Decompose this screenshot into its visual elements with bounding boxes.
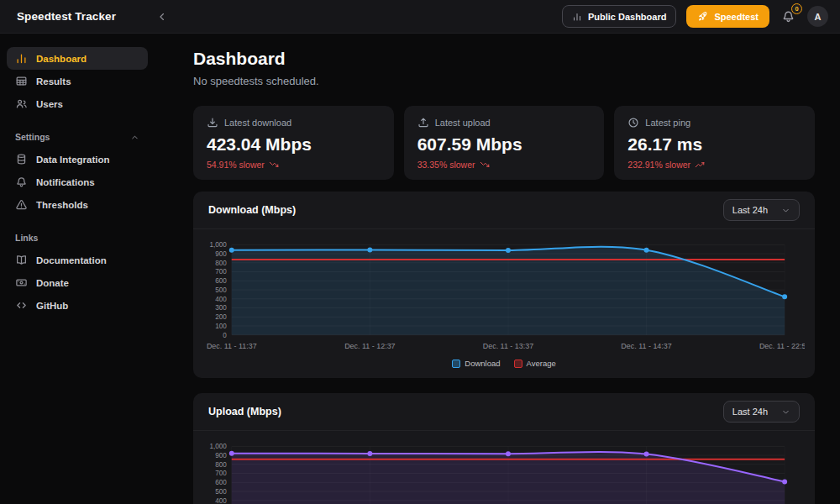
notification-badge: 0 [791,3,802,14]
stats-row: Latest download 423.04 Mbps 54.91% slowe… [193,106,815,180]
main-content: Dashboard No speedtests scheduled. Lates… [168,34,840,504]
trend-down-icon [480,160,490,170]
code-icon [15,299,28,312]
sidebar-item-users[interactable]: Users [7,92,148,115]
chart-title: Upload (Mbps) [208,406,281,417]
chart-title: Download (Mbps) [208,204,296,216]
stat-trend: 232.91% slower [627,160,690,170]
sidebar-item-github[interactable]: GitHub [7,294,148,317]
sidebar-item-label: Notifications [36,177,95,187]
svg-text:Dec. 11 - 12:37: Dec. 11 - 12:37 [344,342,395,350]
banknote-icon [15,276,28,289]
trend-down-icon [269,160,279,170]
sidebar-item-label: Dashboard [36,54,87,64]
sidebar-item-label: Users [36,99,63,109]
legend-item-download[interactable]: Download [452,359,500,368]
svg-text:300: 300 [215,304,227,312]
stat-card-latest-upload: Latest upload 607.59 Mbps 33.35% slower [404,106,605,180]
stat-card-latest-download: Latest download 423.04 Mbps 54.91% slowe… [193,106,394,180]
svg-text:900: 900 [215,250,227,258]
stat-trend: 33.35% slower [417,160,475,170]
chevron-down-icon [781,206,790,215]
speedtest-label: Speedtest [714,12,759,22]
public-dashboard-button[interactable]: Public Dashboard [562,5,677,28]
svg-text:700: 700 [215,470,227,477]
download-chart: 01002003004005006007008009001,000Dec. 11… [193,229,815,355]
svg-text:1,000: 1,000 [209,241,227,249]
svg-text:400: 400 [215,296,227,303]
svg-text:Dec. 11 - 13:37: Dec. 11 - 13:37 [483,342,533,350]
svg-text:600: 600 [215,277,227,285]
topbar: Speedtest Tracker Public Dashboard Speed… [0,0,840,34]
rocket-icon [697,11,708,22]
arrow-down-tray-icon [207,117,218,129]
database-icon [15,153,28,165]
sidebar-item-data-integration[interactable]: Data Integration [7,148,148,171]
legend-item-average[interactable]: Average [514,359,556,368]
svg-text:1,000: 1,000 [209,443,227,450]
sidebar: Dashboard Results Users Settings Data In… [0,34,168,504]
sidebar-item-label: Documentation [36,255,107,265]
sidebar-item-label: Donate [36,278,69,288]
stat-trend: 54.91% slower [207,160,265,170]
chevron-left-icon [156,11,168,23]
svg-text:Dec. 11 - 22:57: Dec. 11 - 22:57 [759,342,805,350]
svg-text:900: 900 [215,452,227,459]
sidebar-item-label: Data Integration [36,155,110,165]
svg-text:Dec. 11 - 14:37: Dec. 11 - 14:37 [621,342,671,350]
clock-icon [627,117,639,129]
stat-value: 607.59 Mbps [417,134,591,155]
range-select[interactable]: Last 24h [723,401,800,423]
speedtest-button[interactable]: Speedtest [686,5,769,28]
average-swatch [514,360,522,368]
sidebar-item-label: Thresholds [36,200,88,210]
table-cells-icon [15,75,28,87]
app-title: Speedtest Tracker [17,10,116,23]
avatar[interactable]: A [807,6,828,27]
download-chart-card: Download (Mbps) Last 24h 010020030040050… [193,192,815,378]
trend-up-icon [695,160,705,170]
range-select-value: Last 24h [732,205,768,215]
chart-legend: Download Average [193,355,815,378]
sidebar-collapse-button[interactable] [153,8,171,26]
chart-bar-icon [572,12,582,22]
users-icon [15,97,28,110]
notifications-button[interactable]: 0 [780,8,797,25]
svg-text:700: 700 [215,268,227,276]
stat-label: Latest upload [435,118,491,128]
svg-text:800: 800 [215,260,227,267]
sidebar-item-notifications[interactable]: Notifications [7,171,148,193]
stat-label: Latest download [224,118,291,128]
sidebar-item-label: GitHub [36,301,68,311]
arrow-up-tray-icon [417,117,429,129]
range-select[interactable]: Last 24h [723,199,800,221]
sidebar-group-settings[interactable]: Settings [7,132,148,142]
svg-text:200: 200 [215,313,227,321]
chart-bar-icon [15,52,28,65]
bell-icon [15,176,28,188]
page-title: Dashboard [193,49,815,69]
upload-chart: 01002003004005006007008009001,000Dec. 11… [193,431,815,504]
svg-text:500: 500 [215,286,227,294]
download-chart-svg: 01002003004005006007008009001,000Dec. 11… [200,239,805,355]
stat-value: 423.04 Mbps [207,134,381,155]
sidebar-item-dashboard[interactable]: Dashboard [7,47,148,70]
range-select-value: Last 24h [732,407,768,417]
svg-text:100: 100 [215,323,227,330]
svg-text:400: 400 [215,497,227,504]
stat-card-latest-ping: Latest ping 26.17 ms 232.91% slower [614,106,815,180]
svg-text:0: 0 [223,332,227,339]
warning-triangle-icon [15,198,28,211]
sidebar-item-label: Results [36,76,71,87]
public-dashboard-label: Public Dashboard [588,12,667,22]
svg-text:Dec. 11 - 11:37: Dec. 11 - 11:37 [207,342,257,350]
sidebar-item-documentation[interactable]: Documentation [7,249,148,271]
stat-value: 26.17 ms [627,134,801,155]
sidebar-item-donate[interactable]: Donate [7,271,148,294]
book-open-icon [15,254,28,266]
sidebar-item-results[interactable]: Results [7,70,148,92]
sidebar-group-label: Links [15,233,38,243]
chevron-up-icon [130,133,139,142]
sidebar-item-thresholds[interactable]: Thresholds [7,193,148,216]
chevron-down-icon [781,407,790,417]
